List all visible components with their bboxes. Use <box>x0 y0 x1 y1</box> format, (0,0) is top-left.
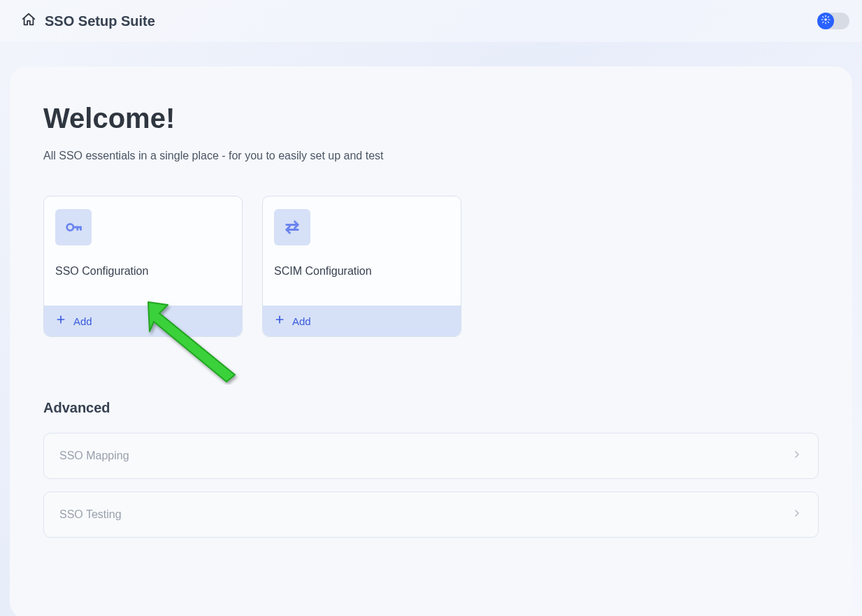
theme-toggle-wrap <box>817 13 849 29</box>
advanced-section-title: Advanced <box>43 400 819 416</box>
theme-toggle-knob <box>817 13 834 29</box>
svg-point-0 <box>824 18 827 21</box>
svg-line-6 <box>828 22 828 22</box>
home-icon[interactable] <box>21 12 36 30</box>
main-panel: Welcome! All SSO essentials in a single … <box>10 66 852 616</box>
svg-point-9 <box>67 224 73 230</box>
top-bar-left: SSO Setup Suite <box>21 12 155 30</box>
card-body: SCIM Configuration <box>263 196 461 306</box>
chevron-right-icon <box>791 508 803 522</box>
svg-line-7 <box>823 22 824 22</box>
welcome-title: Welcome! <box>43 103 819 134</box>
add-label: Add <box>73 315 92 327</box>
cards-row: SSO Configuration Add <box>43 196 819 337</box>
card-title: SSO Configuration <box>55 265 231 278</box>
welcome-subtitle: All SSO essentials in a single place - f… <box>43 150 819 162</box>
page-wrap: Welcome! All SSO essentials in a single … <box>0 42 862 616</box>
advanced-item-sso-testing[interactable]: SSO Testing <box>43 492 819 538</box>
plus-icon <box>55 314 66 328</box>
advanced-item-label: SSO Testing <box>59 508 122 521</box>
advanced-item-label: SSO Mapping <box>59 450 129 462</box>
card-body: SSO Configuration <box>44 196 242 306</box>
theme-toggle[interactable] <box>817 13 849 29</box>
card-sso-configuration: SSO Configuration Add <box>43 196 243 337</box>
plus-icon <box>274 314 285 328</box>
top-bar: SSO Setup Suite <box>0 0 862 42</box>
card-scim-configuration: SCIM Configuration Add <box>262 196 461 337</box>
key-icon <box>55 209 92 245</box>
card-title: SCIM Configuration <box>274 265 450 278</box>
add-scim-configuration-button[interactable]: Add <box>263 306 461 336</box>
add-sso-configuration-button[interactable]: Add <box>44 306 242 336</box>
sun-icon <box>821 15 831 27</box>
svg-line-8 <box>828 17 828 17</box>
app-title: SSO Setup Suite <box>45 13 155 29</box>
chevron-right-icon <box>791 449 803 463</box>
swap-icon <box>274 209 310 245</box>
advanced-item-sso-mapping[interactable]: SSO Mapping <box>43 433 819 479</box>
svg-line-5 <box>823 17 824 17</box>
add-label: Add <box>292 315 311 327</box>
